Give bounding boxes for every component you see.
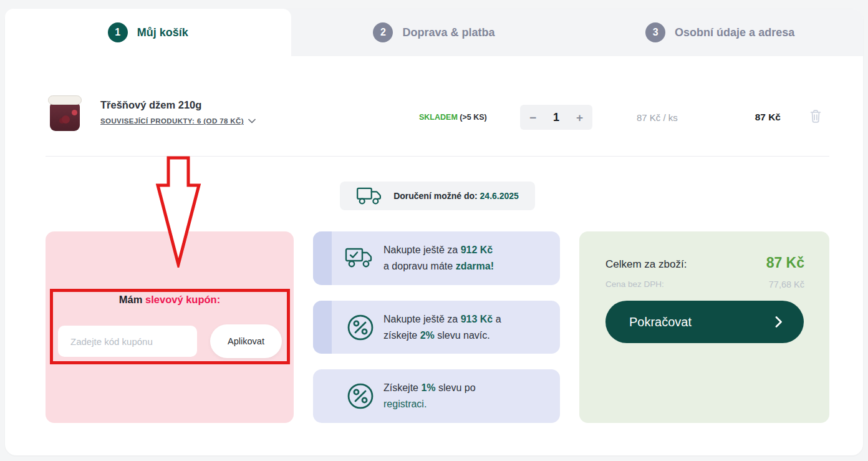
related-products-label: SOUVISEJÍCÍ PRODUKTY: 6 (OD 78 KČ) bbox=[100, 117, 244, 125]
section-divider bbox=[46, 156, 829, 157]
promo-text: Nakupte ještě za 912 Kč a dopravu máte z… bbox=[383, 242, 494, 274]
step-number-badge: 1 bbox=[108, 22, 128, 42]
coupon-form: Aplikovat bbox=[58, 324, 282, 358]
delivery-estimate-badge: Doručení možné do: 24.6.2025 bbox=[340, 182, 535, 210]
chevron-right-icon bbox=[775, 316, 783, 328]
checkout-steps: 1 Můj košík 2 Doprava & platba 3 Osobní … bbox=[5, 9, 863, 56]
summary-vat-label: Cena bez DPH: bbox=[605, 279, 664, 289]
promo-text: Nakupte ještě za 913 Kč a získejte 2% sl… bbox=[383, 311, 501, 344]
registration-discount-promo: Získejte 1% slevu po registraci. bbox=[313, 369, 560, 423]
trash-icon bbox=[809, 109, 822, 124]
quantity-stepper: − 1 + bbox=[520, 105, 592, 130]
promo-text-segment: Získejte bbox=[383, 382, 421, 393]
checkout-page: 1 Můj košík 2 Doprava & platba 3 Osobní … bbox=[0, 0, 868, 461]
extra-discount-promo: Nakupte ještě za 913 Kč a získejte 2% sl… bbox=[313, 301, 560, 354]
stock-status: SKLADEM (>5 KS) bbox=[419, 113, 487, 122]
related-products-link[interactable]: SOUVISEJÍCÍ PRODUKTY: 6 (OD 78 KČ) bbox=[100, 117, 256, 125]
unit-price: 87 Kč / ks bbox=[637, 112, 678, 123]
order-summary-panel: Celkem za zboží: 87 Kč Cena bez DPH: 77,… bbox=[579, 231, 829, 423]
cart-card: 1 Můj košík 2 Doprava & platba 3 Osobní … bbox=[5, 9, 863, 455]
free-shipping-promo: Nakupte ještě za 912 Kč a dopravu máte z… bbox=[313, 231, 560, 285]
cart-body: Třešňový džem 210g SOUVISEJÍCÍ PRODUKTY:… bbox=[5, 94, 863, 423]
promo-text-segment: Nakupte ještě za bbox=[383, 245, 461, 255]
summary-vat-value: 77,68 Kč bbox=[769, 279, 804, 289]
quantity-value: 1 bbox=[553, 111, 559, 124]
promo-text-segment: 912 Kč bbox=[461, 245, 493, 255]
line-total-price: 87 Kč bbox=[755, 112, 781, 123]
percent-icon bbox=[343, 382, 378, 410]
promo-text-segment: zdarma! bbox=[456, 261, 494, 271]
stock-quantity-label: (>5 KS) bbox=[460, 113, 486, 122]
coupon-code-input[interactable] bbox=[58, 326, 197, 357]
delivery-label: Doručení možné do: bbox=[393, 191, 478, 201]
promo-text-segment: slevu po bbox=[436, 382, 476, 393]
apply-coupon-button[interactable]: Aplikovat bbox=[210, 324, 282, 358]
continue-button[interactable]: Pokračovat bbox=[605, 301, 804, 343]
promo-stack: Nakupte ještě za 912 Kč a dopravu máte z… bbox=[313, 231, 560, 423]
tab-shipping-label: Doprava & platba bbox=[402, 26, 494, 39]
product-image bbox=[46, 95, 84, 133]
quantity-decrease-button[interactable]: − bbox=[529, 112, 536, 124]
percent-icon bbox=[343, 313, 378, 342]
summary-total-label: Celkem za zboží: bbox=[605, 258, 687, 271]
delivery-date: 24.6.2025 bbox=[480, 191, 519, 201]
tab-shipping-payment[interactable]: 2 Doprava & platba bbox=[291, 9, 577, 56]
promo-text-segment: a dopravu máte bbox=[383, 261, 456, 271]
product-info: Třešňový džem 210g SOUVISEJÍCÍ PRODUKTY:… bbox=[100, 99, 256, 125]
promo-text-segment: 913 Kč bbox=[461, 314, 493, 324]
chevron-down-icon bbox=[248, 119, 256, 124]
coupon-heading-accent: slevový kupón: bbox=[145, 294, 220, 305]
promo-accent-strip bbox=[313, 301, 332, 354]
tab-personal-label: Osobní údaje a adresa bbox=[675, 26, 794, 39]
quantity-increase-button[interactable]: + bbox=[576, 112, 583, 124]
product-title: Třešňový džem 210g bbox=[100, 99, 256, 111]
tab-cart-label: Můj košík bbox=[137, 26, 188, 39]
cart-item-row: Třešňový džem 210g SOUVISEJÍCÍ PRODUKTY:… bbox=[46, 94, 829, 141]
delivery-row: Doručení možné do: 24.6.2025 bbox=[46, 182, 829, 210]
delivery-truck-icon bbox=[356, 186, 382, 206]
remove-item-button[interactable] bbox=[809, 109, 822, 126]
cart-lower-columns: Mám slevový kupón: Aplikovat bbox=[46, 231, 829, 423]
promo-text-segment: 1% bbox=[421, 382, 435, 393]
coupon-heading-plain: Mám bbox=[119, 294, 145, 305]
coupon-heading: Mám slevový kupón: bbox=[46, 294, 294, 306]
summary-total-row: Celkem za zboží: 87 Kč bbox=[605, 255, 804, 271]
promo-accent-strip bbox=[313, 231, 332, 285]
truck-check-icon bbox=[343, 247, 378, 269]
coupon-panel: Mám slevový kupón: Aplikovat bbox=[46, 231, 294, 423]
summary-total-value: 87 Kč bbox=[766, 255, 804, 271]
continue-button-label: Pokračovat bbox=[629, 315, 692, 329]
promo-text-segment: slevu navíc. bbox=[435, 330, 490, 341]
step-number-badge: 2 bbox=[373, 22, 393, 42]
promo-text-segment: 2% bbox=[420, 330, 435, 341]
step-number-badge: 3 bbox=[645, 22, 665, 42]
tab-personal-data[interactable]: 3 Osobní údaje a adresa bbox=[577, 9, 863, 56]
summary-vat-row: Cena bez DPH: 77,68 Kč bbox=[605, 279, 804, 289]
promo-text: Získejte 1% slevu po registraci. bbox=[383, 380, 476, 412]
stock-status-label: SKLADEM bbox=[419, 113, 458, 122]
tab-cart[interactable]: 1 Můj košík bbox=[5, 9, 291, 56]
promo-text-segment: Nakupte ještě za bbox=[383, 314, 461, 324]
registration-link[interactable]: registraci. bbox=[383, 399, 427, 409]
